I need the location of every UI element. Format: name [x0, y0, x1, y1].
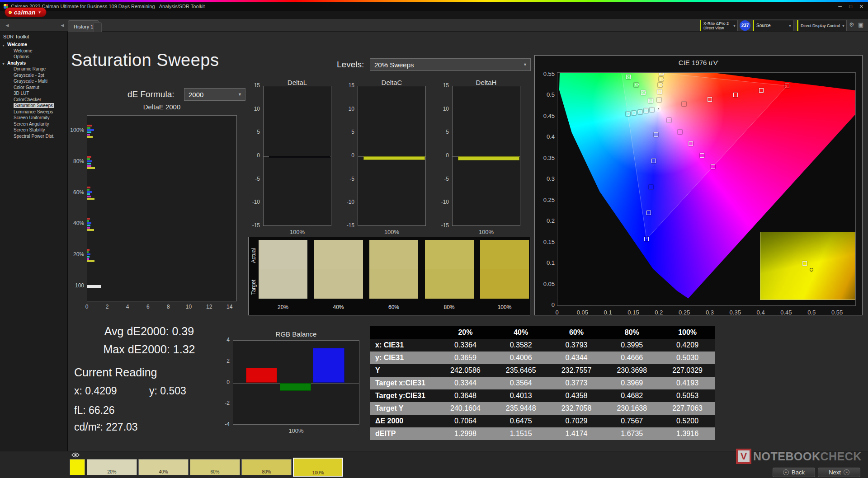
preview-swatch-label: 60% — [190, 469, 240, 474]
back-button[interactable]: « Back — [773, 468, 815, 477]
deltae-bar-cyan — [87, 131, 91, 133]
deltae-ytick-label: 100 — [66, 282, 84, 289]
sidebar-item-screen-angularity[interactable]: Screen Angularity — [0, 121, 67, 127]
minimize-button[interactable]: ─ — [838, 4, 842, 9]
deltae-bar-blue — [87, 160, 92, 162]
preview-swatch-100[interactable]: 100% — [293, 458, 343, 477]
cie-measured-marker — [642, 91, 646, 94]
workspace-icon[interactable]: ▣ — [858, 21, 863, 28]
cie-target-marker — [708, 97, 712, 102]
levels-dropdown[interactable]: 20% Sweeps ▼ — [370, 58, 531, 71]
next-button[interactable]: Next » — [818, 468, 860, 477]
tab-stub[interactable] — [94, 22, 102, 32]
preview-swatch-80[interactable]: 80% — [241, 459, 292, 475]
table-row-label: Target y:CIE31 — [370, 389, 438, 402]
chart-deltaL-ytick-label: 10 — [244, 106, 260, 112]
table-value-cell: 0.4209 — [660, 339, 715, 351]
deltae-ytick-label: 60% — [66, 189, 84, 196]
sidebar-item-grayscale-2pt[interactable]: Grayscale - 2pt — [0, 72, 67, 79]
settings-gear-icon[interactable]: ⚙ — [849, 21, 854, 28]
sidebar-item-screen-stability[interactable]: Screen Stability — [0, 127, 67, 133]
de-formula-dropdown[interactable]: 2000 ▼ — [184, 88, 245, 101]
table-value-cell: 0.3969 — [604, 377, 660, 389]
sidebar-item-3d-lut[interactable]: 3D LUT — [0, 90, 67, 97]
calman-logo-text: calman — [14, 9, 36, 16]
current-reading-heading: Current Reading — [74, 366, 157, 379]
sidebar-item-color-gamut[interactable]: Color Gamut — [0, 84, 67, 91]
table-value-cell: 0.4013 — [493, 389, 549, 402]
sidebar-item-label: Grayscale - Multi — [14, 79, 47, 84]
deltae-bar-red — [87, 156, 91, 158]
chart-deltae-2000: DeltaE 2000100%80%60%40%20%1000246810121… — [66, 103, 239, 314]
deltae-bar-red — [87, 249, 90, 251]
table-value-cell: 0.5053 — [660, 389, 715, 402]
target-row-label: Target — [250, 280, 257, 295]
table-value-cell: 235.6465 — [493, 364, 549, 377]
table-value-cell: 0.4006 — [493, 351, 549, 364]
next-button-label: Next — [829, 469, 841, 476]
chevron-down-icon: ▼ — [788, 24, 792, 28]
table-row-label: y: CIE31 — [370, 351, 438, 364]
cie-xtick-label: 0.5 — [802, 309, 821, 316]
cie-xtick-label: 0.4 — [752, 309, 770, 316]
preview-swatch-20[interactable]: 20% — [87, 459, 137, 475]
cie-target-marker — [733, 93, 738, 97]
preview-swatch-60[interactable]: 60% — [190, 459, 240, 475]
chart-rgb-xlabel: 100% — [233, 427, 359, 434]
deltae-bar-blue — [87, 129, 94, 131]
source-dropdown[interactable]: Source ▼ — [753, 20, 793, 31]
sidebar-tree: ▼WelcomeWelcomeOptions▼AnalysisDynamic R… — [0, 42, 67, 139]
sidebar-item-spectral-power-dist[interactable]: Spectral Power Dist. — [0, 133, 67, 140]
cie-measured-marker — [649, 98, 653, 102]
sidebar-item-saturation-sweeps[interactable]: Saturation Sweeps — [0, 103, 67, 109]
table-value-cell: 0.3564 — [493, 377, 549, 389]
cie-ytick-label: 0.3 — [535, 175, 555, 182]
calman-menu-button[interactable]: calman ▼ — [5, 7, 47, 17]
chevron-down-icon: ▼ — [238, 92, 242, 97]
sidebar-item-screen-uniformity[interactable]: Screen Uniformity — [0, 115, 67, 121]
sidebar-collapse-icon[interactable]: ◀ — [59, 22, 66, 29]
table-value-cell: 1.1515 — [493, 427, 549, 440]
preview-swatch-current[interactable] — [70, 459, 85, 475]
deltae-bar-blue — [87, 222, 91, 224]
sidebar-item-colorchecker[interactable]: ColorChecker — [0, 97, 67, 103]
deltae-bar-yellow — [87, 136, 93, 138]
cie-measured-marker — [635, 83, 639, 86]
table-value-cell: 0.3995 — [604, 339, 660, 351]
table-row-target-y: Target Y240.1604235.9448232.7058230.1638… — [370, 402, 715, 415]
preview-swatch-40[interactable]: 40% — [138, 459, 189, 475]
table-row-label: Y — [370, 364, 438, 377]
display-control-dropdown[interactable]: Direct Display Control ▼ — [797, 20, 847, 31]
chart-deltaH-ytick-label: 5 — [433, 129, 449, 135]
maximize-button[interactable]: □ — [849, 4, 852, 9]
close-button[interactable]: ✕ — [859, 4, 863, 9]
sidebar-item-welcome[interactable]: ▼Welcome — [0, 42, 67, 48]
chart-deltaC-ytick-label: 0 — [339, 152, 354, 159]
sidebar-item-dynamic-range[interactable]: Dynamic Range — [0, 66, 67, 72]
swatch-target-half — [259, 269, 307, 299]
calman-logo-dot-icon — [9, 11, 12, 14]
chart-deltaC-ytick-label: 15 — [339, 82, 354, 89]
sidebar-item-welcome[interactable]: Welcome — [0, 48, 67, 54]
deltae-chart-plot — [87, 115, 237, 301]
chart-deltaC-plot — [358, 86, 426, 226]
sidebar-item-options[interactable]: Options — [0, 54, 67, 60]
avg-de2000-readout: Avg dE2000: 0.39 — [77, 325, 222, 338]
sidebar-item-analysis[interactable]: ▼Analysis — [0, 60, 67, 66]
cie-target-marker — [649, 185, 653, 189]
page-title: Saturation Sweeps — [71, 51, 219, 70]
sidebar-item-label: Welcome — [14, 48, 33, 53]
meter-dropdown[interactable]: X-Rite i1Pro 2 Direct View ▼ — [700, 20, 738, 31]
chart-deltah: DeltaH151050-5-10-15100% — [433, 79, 524, 238]
cie-target-marker — [700, 153, 704, 158]
visibility-eye-icon[interactable] — [71, 452, 80, 458]
collapse-left-icon[interactable]: ◀ — [4, 22, 11, 29]
cie-target-marker — [711, 164, 715, 169]
sidebar-item-grayscale-multi[interactable]: Grayscale - Multi — [0, 78, 67, 84]
sidebar-item-luminance-sweeps[interactable]: Luminance Sweeps — [0, 109, 67, 115]
table-value-cell: 0.4666 — [604, 351, 660, 364]
sidebar-item-label: Options — [14, 54, 29, 59]
swatch-actual-half — [314, 240, 363, 269]
deltae-ytick-label: 20% — [66, 251, 84, 258]
current-y-readout: y: 0.503 — [149, 385, 186, 397]
